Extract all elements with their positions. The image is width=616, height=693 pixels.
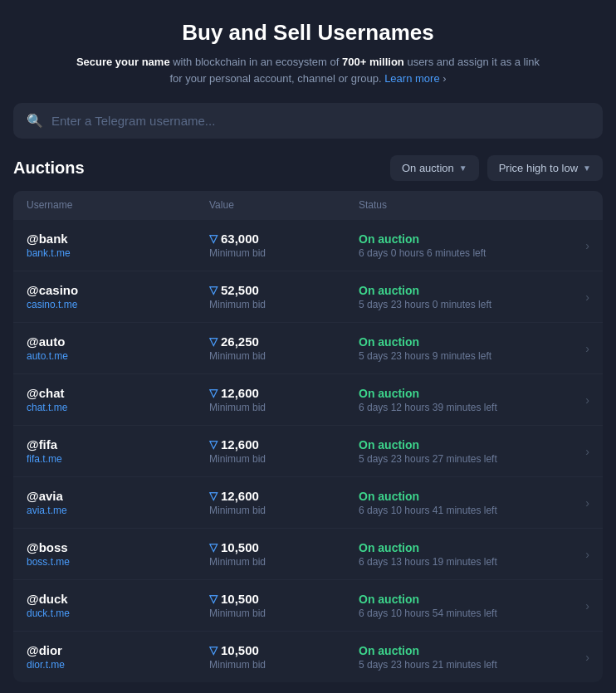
table-header: Username Value Status [13,191,603,219]
username-value: @duck [27,592,209,606]
username-link[interactable]: casino.t.me [27,299,209,310]
diamond-icon: ▽ [209,541,218,554]
amount-value: ▽ 12,600 [209,437,359,451]
row-chevron: › [565,239,589,252]
col-status: Status [359,199,565,211]
table-row[interactable]: @avia avia.t.me ▽ 12,600 Minimum bid On … [13,476,603,528]
status-label: On auction [359,541,565,554]
username-value: @fifa [27,437,209,451]
username-link[interactable]: avia.t.me [27,505,209,516]
status-cell: On auction 6 days 12 hours 39 minutes le… [359,387,565,413]
search-icon: 🔍 [27,113,43,129]
username-link[interactable]: bank.t.me [27,247,209,259]
amount-value: ▽ 63,000 [209,232,359,246]
table-row[interactable]: @dior dior.t.me ▽ 10,500 Minimum bid On … [13,631,603,682]
row-chevron: › [565,342,589,355]
amount-value: ▽ 12,600 [209,489,359,503]
table-row[interactable]: @casino casino.t.me ▽ 52,500 Minimum bid… [13,271,603,322]
row-chevron: › [565,548,589,561]
diamond-icon: ▽ [209,284,218,296]
row-chevron: › [565,651,589,664]
status-label: On auction [359,335,565,349]
filter-auction-button[interactable]: On auction ▼ [390,155,479,181]
username-value: @auto [27,334,209,349]
table-row[interactable]: @duck duck.t.me ▽ 10,500 Minimum bid On … [13,579,603,631]
status-cell: On auction 6 days 0 hours 6 minutes left [359,232,565,259]
auctions-header: Auctions On auction ▼ Price high to low … [13,155,603,181]
time-left: 6 days 10 hours 54 minutes left [359,608,565,619]
min-bid-label: Minimum bid [209,556,359,568]
min-bid-label: Minimum bid [209,402,359,413]
time-left: 5 days 23 hours 21 minutes left [359,659,565,671]
subtitle-secure: Secure your name [76,56,170,68]
username-value: @avia [27,489,209,503]
filter-price-button[interactable]: Price high to low ▼ [487,155,603,181]
min-bid-label: Minimum bid [209,608,359,619]
username-link[interactable]: chat.t.me [27,402,209,413]
value-cell: ▽ 12,600 Minimum bid [209,386,359,413]
col-username: Username [27,199,209,211]
username-cell: @duck duck.t.me [27,592,209,619]
status-cell: On auction 6 days 10 hours 54 minutes le… [359,593,565,619]
min-bid-label: Minimum bid [209,350,359,362]
username-cell: @casino casino.t.me [27,283,209,310]
learn-more-link[interactable]: Learn more [384,72,439,85]
min-bid-label: Minimum bid [209,247,359,259]
time-left: 5 days 23 hours 0 minutes left [359,299,565,310]
username-cell: @chat chat.t.me [27,386,209,413]
diamond-icon: ▽ [209,387,218,399]
status-label: On auction [359,593,565,606]
value-cell: ▽ 10,500 Minimum bid [209,540,359,568]
status-label: On auction [359,644,565,657]
diamond-icon: ▽ [209,644,218,656]
time-left: 6 days 0 hours 6 minutes left [359,247,565,259]
status-label: On auction [359,490,565,503]
username-cell: @boss boss.t.me [27,540,209,568]
table-row[interactable]: @auto auto.t.me ▽ 26,250 Minimum bid On … [13,322,603,373]
username-link[interactable]: dior.t.me [27,659,209,671]
table-row[interactable]: @bank bank.t.me ▽ 63,000 Minimum bid On … [13,219,603,271]
amount-value: ▽ 10,500 [209,643,359,657]
row-chevron: › [565,599,589,612]
table-row[interactable]: @chat chat.t.me ▽ 12,600 Minimum bid On … [13,373,603,425]
time-left: 5 days 23 hours 27 minutes left [359,453,565,465]
status-cell: On auction 5 days 23 hours 9 minutes lef… [359,335,565,362]
username-link[interactable]: duck.t.me [27,608,209,619]
page-wrapper: Buy and Sell Usernames Secure your name … [0,0,616,693]
table-row[interactable]: @fifa fifa.t.me ▽ 12,600 Minimum bid On … [13,425,603,476]
username-link[interactable]: fifa.t.me [27,453,209,465]
status-cell: On auction 5 days 23 hours 21 minutes le… [359,644,565,671]
col-action [565,199,589,211]
row-chevron: › [565,393,589,407]
status-label: On auction [359,284,565,297]
amount-value: ▽ 10,500 [209,540,359,554]
username-link[interactable]: auto.t.me [27,350,209,362]
username-value: @dior [27,643,209,657]
diamond-icon: ▽ [209,232,218,245]
min-bid-label: Minimum bid [209,659,359,671]
username-cell: @fifa fifa.t.me [27,437,209,465]
search-input[interactable] [51,114,589,128]
row-chevron: › [565,445,589,458]
value-cell: ▽ 10,500 Minimum bid [209,592,359,619]
page-header: Buy and Sell Usernames Secure your name … [13,20,603,86]
value-cell: ▽ 63,000 Minimum bid [209,232,359,259]
diamond-icon: ▽ [209,335,218,348]
username-link[interactable]: boss.t.me [27,556,209,568]
username-value: @casino [27,283,209,297]
amount-value: ▽ 10,500 [209,592,359,606]
status-cell: On auction 6 days 13 hours 19 minutes le… [359,541,565,568]
table-row[interactable]: @boss boss.t.me ▽ 10,500 Minimum bid On … [13,528,603,579]
min-bid-label: Minimum bid [209,453,359,465]
value-cell: ▽ 10,500 Minimum bid [209,643,359,671]
col-value: Value [209,199,359,211]
username-cell: @dior dior.t.me [27,643,209,671]
status-label: On auction [359,232,565,246]
value-cell: ▽ 12,600 Minimum bid [209,437,359,465]
username-cell: @auto auto.t.me [27,334,209,362]
row-chevron: › [565,290,589,304]
row-chevron: › [565,496,589,510]
status-cell: On auction 5 days 23 hours 27 minutes le… [359,438,565,465]
time-left: 6 days 13 hours 19 minutes left [359,556,565,568]
username-cell: @avia avia.t.me [27,489,209,516]
